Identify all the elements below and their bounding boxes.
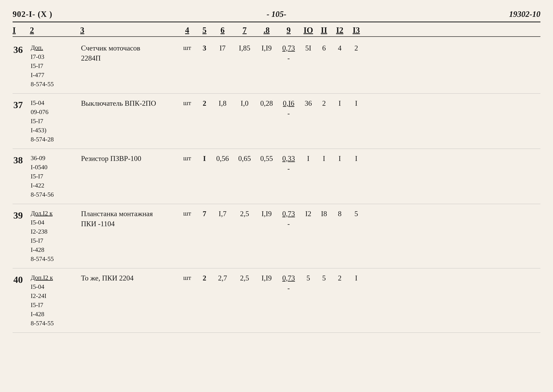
header-right: 19302-10 <box>509 9 540 19</box>
row-col9: 0,I6- <box>277 98 300 119</box>
row-unit: шт <box>178 43 197 52</box>
row-code: 36-09I-0540I5-I7I-4228-574-56 <box>30 154 80 199</box>
row-col8: 0,28 <box>256 98 277 108</box>
col-header-13: I3 <box>348 26 365 35</box>
col-header-11: II <box>316 26 332 35</box>
row-col11: 5 <box>316 273 332 283</box>
row-col9: 0,73- <box>277 273 300 293</box>
row-number: 37 <box>13 98 30 112</box>
row-col5: 2 <box>197 273 212 283</box>
col-header-12: I2 <box>332 26 348 35</box>
row-col7: I,0 <box>233 98 256 108</box>
row-col9: 0,73- <box>277 43 300 63</box>
table-row: 3836-09I-0540I5-I7I-4228-574-56Резистор … <box>13 149 540 204</box>
row-col9: 0,33- <box>277 154 300 174</box>
row-col11: I <box>316 154 332 164</box>
col-header-4: 4 <box>178 26 197 35</box>
row-col12: 4 <box>332 43 348 53</box>
column-headers: I 2 3 4 5 6 7 .8 9 IO II I2 I3 <box>13 26 540 37</box>
row-col12: I <box>332 154 348 164</box>
row-code: Доп.I7-03I5-I7I-4778-574-55 <box>30 43 80 89</box>
col-header-5: 5 <box>197 26 212 35</box>
col-header-7: 7 <box>233 26 256 35</box>
header-center: - 105- <box>267 9 286 19</box>
row-col7: 0,65 <box>233 154 256 164</box>
row-unit: шт <box>178 273 197 282</box>
row-col13: I <box>348 154 365 164</box>
row-number: 36 <box>13 43 30 56</box>
row-col5: 2 <box>197 98 212 108</box>
row-code: Дол.I2 кI5-04I2-238I5-I7I-4288-574-55 <box>30 209 80 264</box>
row-col5: I <box>197 154 212 164</box>
row-col12: 2 <box>332 273 348 283</box>
table-row: 37I5-0409-076I5-I7I-453)8-574-28Выключат… <box>13 94 540 149</box>
row-col9: 0,73- <box>277 209 300 229</box>
row-col11: 6 <box>316 43 332 53</box>
row-col13: I <box>348 98 365 108</box>
row-col5: 7 <box>197 209 212 219</box>
row-col13: 2 <box>348 43 365 53</box>
col-header-10: IO <box>300 26 316 35</box>
header-divider <box>13 21 540 22</box>
row-col7: 2,5 <box>233 273 256 283</box>
row-col10: 5I <box>300 43 316 53</box>
row-name: Счетчик моточасов2284П <box>80 43 178 63</box>
row-col6: I7 <box>212 43 233 53</box>
row-col10: 5 <box>300 273 316 283</box>
table-body: 36Доп.I7-03I5-I7I-4778-574-55Счетчик мот… <box>13 38 540 333</box>
row-number: 39 <box>13 209 30 222</box>
col-header-1: I <box>13 26 30 35</box>
row-col11: 2 <box>316 98 332 108</box>
row-unit: шт <box>178 154 197 163</box>
row-col8: I,I9 <box>256 43 277 53</box>
col-header-9: 9 <box>277 26 300 35</box>
row-unit: шт <box>178 209 197 218</box>
row-name: Планстанка монтажнаяПКИ -1104 <box>80 209 178 229</box>
row-number: 38 <box>13 154 30 167</box>
table-row: 40Доп.I2 кI5-04I2-24II5-I7I-4288-574-55Т… <box>13 268 540 333</box>
row-col13: 5 <box>348 209 365 219</box>
col-header-6: 6 <box>212 26 233 35</box>
row-col7: I,85 <box>233 43 256 53</box>
row-col8: I,I9 <box>256 273 277 283</box>
col-header-3: 3 <box>80 26 178 35</box>
row-name: То же, ПКИ 2204 <box>80 273 178 283</box>
row-name: Резистор ПЗВР-100 <box>80 154 178 164</box>
row-col7: 2,5 <box>233 209 256 219</box>
row-col8: I,I9 <box>256 209 277 219</box>
row-code: Доп.I2 кI5-04I2-24II5-I7I-4288-574-55 <box>30 273 80 328</box>
row-number: 40 <box>13 273 30 286</box>
row-col10: I2 <box>300 209 316 219</box>
table-row: 36Доп.I7-03I5-I7I-4778-574-55Счетчик мот… <box>13 38 540 94</box>
col-header-8: .8 <box>256 26 277 35</box>
row-code: I5-0409-076I5-I7I-453)8-574-28 <box>30 98 80 144</box>
row-col11: I8 <box>316 209 332 219</box>
row-col6: I,8 <box>212 98 233 108</box>
row-col10: I <box>300 154 316 164</box>
row-name: Выключатель ВПК-2ПО <box>80 98 178 108</box>
row-col8: 0,55 <box>256 154 277 164</box>
table-row: 39Дол.I2 кI5-04I2-238I5-I7I-4288-574-55П… <box>13 204 540 268</box>
row-col6: I,7 <box>212 209 233 219</box>
col-header-2: 2 <box>30 26 80 35</box>
row-col12: I <box>332 98 348 108</box>
row-col6: 2,7 <box>212 273 233 283</box>
row-unit: шт <box>178 98 197 108</box>
header-left: 902-I- (X ) <box>13 9 52 19</box>
row-col10: 36 <box>300 98 316 108</box>
row-col5: 3 <box>197 43 212 53</box>
row-col12: 8 <box>332 209 348 219</box>
row-col6: 0,56 <box>212 154 233 164</box>
row-col13: I <box>348 273 365 283</box>
